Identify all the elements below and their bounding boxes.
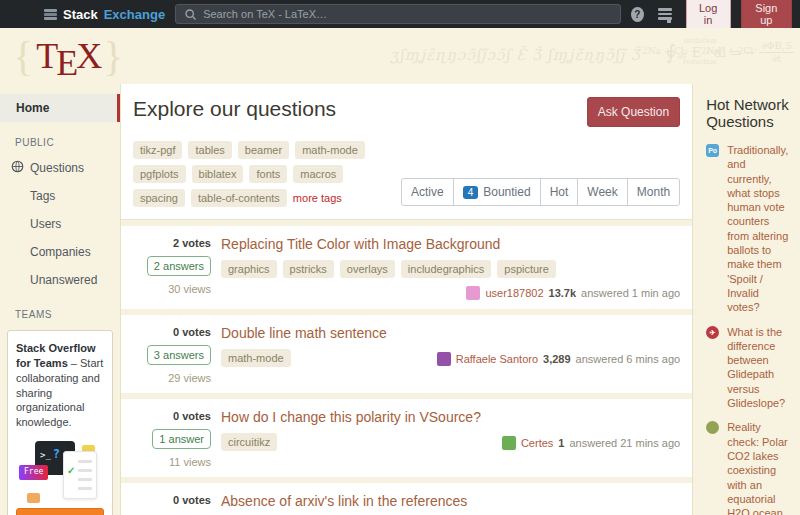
politics-site-icon: Po xyxy=(706,144,719,157)
hot-question-link[interactable]: Reality check: Polar CO2 lakes coexistin… xyxy=(727,420,792,515)
filter-tab-label: Active xyxy=(411,185,444,199)
main-content: Explore our questions Ask Question tikz-… xyxy=(120,84,693,515)
sidebar-item[interactable]: Tags xyxy=(0,182,120,210)
avatar[interactable] xyxy=(466,286,480,300)
hot-question-item: ✈ What is the difference between Glidepa… xyxy=(706,325,792,411)
sidebar-item-home[interactable]: Home xyxy=(0,94,120,122)
tag-pill[interactable]: math-mode xyxy=(295,141,365,159)
reputation: 3,289 xyxy=(543,353,571,365)
ask-question-button[interactable]: Ask Question xyxy=(587,97,680,127)
username-link[interactable]: user187802 xyxy=(485,287,543,299)
answer-count: 3 answers xyxy=(147,345,211,365)
create-team-button[interactable]: Create a free Team xyxy=(16,508,104,515)
tag-pill[interactable]: macros xyxy=(293,165,343,183)
question-title-link[interactable]: Double line math sentence xyxy=(221,325,680,341)
question-stats: 0 votes 0 answers 24 views xyxy=(127,491,211,515)
tex-logotype: TEX xyxy=(33,30,103,82)
filter-tab-label: Month xyxy=(637,185,670,199)
hot-question-link[interactable]: What is the difference between Glidepath… xyxy=(727,325,792,411)
question-stats: 2 votes 2 answers 30 views xyxy=(127,234,211,300)
help-icon[interactable]: ? xyxy=(631,7,644,22)
logo-text-stack: Stack xyxy=(63,7,98,22)
worldbuilding-site-icon xyxy=(706,421,719,434)
tag-pill[interactable]: pstricks xyxy=(283,260,334,278)
filter-tab[interactable]: Month xyxy=(627,179,679,205)
vote-count: 0 votes xyxy=(173,494,211,506)
hot-question-item: Reality check: Polar CO2 lakes coexistin… xyxy=(706,420,792,515)
logo-text-exchange: Exchange xyxy=(104,7,165,22)
tag-pill[interactable]: beamer xyxy=(238,141,289,159)
speech-bubble-icon xyxy=(27,493,40,503)
filter-tab[interactable]: Active xyxy=(402,179,453,205)
site-header: { TEX } ʒʃɱʝɛ̃ɳŋɔɔ̃ʃȷ̃ɔɔ̃ʃ Ɛ̃ Ǯ ʃɱʝɛ̃ɳŋɔ… xyxy=(0,28,800,84)
reputation: 1 xyxy=(558,437,564,449)
page-title: Explore our questions xyxy=(133,97,336,121)
tag-pill[interactable]: biblatex xyxy=(192,165,244,183)
avatar[interactable] xyxy=(437,352,451,366)
tag-pill[interactable]: tikz-pgf xyxy=(133,141,182,159)
hot-network-questions: Hot Network Questions Po Traditionally, … xyxy=(693,84,800,515)
vote-count: 2 votes xyxy=(173,237,211,249)
login-button[interactable]: Log in xyxy=(686,0,731,31)
tag-pill[interactable]: pspicture xyxy=(497,260,556,278)
checklist-illustration: ✓ xyxy=(63,451,97,499)
answer-count: 1 answer xyxy=(152,429,211,449)
question-title-link[interactable]: How do I change this polarity in VSource… xyxy=(221,409,680,425)
sidebar-item-label: Companies xyxy=(30,245,91,259)
search-box[interactable] xyxy=(175,4,621,24)
sidebar-item-label: Tags xyxy=(30,189,55,203)
tag-pill[interactable]: graphics xyxy=(221,260,277,278)
tex-site-logo[interactable]: { TEX } xyxy=(13,30,123,82)
vote-count: 0 votes xyxy=(173,326,211,338)
sidebar-item-label: Users xyxy=(30,217,61,231)
username-link[interactable]: Certes xyxy=(521,437,553,449)
tag-pill[interactable]: pgfplots xyxy=(133,165,186,183)
search-icon xyxy=(184,8,197,21)
more-tags-link[interactable]: more tags xyxy=(293,189,342,207)
free-badge: Free xyxy=(19,465,48,480)
activity-time: answered 6 mins ago xyxy=(576,353,681,365)
sidebar-item-label: Questions xyxy=(30,161,84,175)
sidebar-item[interactable]: Unanswered xyxy=(0,266,120,294)
view-count: 30 views xyxy=(168,283,211,295)
teams-illustration: >_? ✓ Free xyxy=(18,440,102,504)
question-stats: 0 votes 1 answer 11 views xyxy=(127,407,211,468)
vote-count: 0 votes xyxy=(173,410,211,422)
signup-button[interactable]: Sign up xyxy=(741,0,792,31)
sidebar-item[interactable]: Users xyxy=(0,210,120,238)
avatar[interactable] xyxy=(502,436,516,450)
stackexchange-logo[interactable]: StackExchange xyxy=(44,7,165,22)
tag-pill[interactable]: includegraphics xyxy=(401,260,491,278)
tag-pill[interactable]: table-of-contents xyxy=(191,189,287,207)
question-filter-tabs: Active 4 Bountied Hot xyxy=(401,178,680,206)
teams-promo-card: Stack Overflow for Teams – Start collabo… xyxy=(7,330,113,515)
tag-pill[interactable]: circuitikz xyxy=(221,433,277,451)
hot-question-link[interactable]: Traditionally, and currently, what stops… xyxy=(727,143,792,315)
filter-tab[interactable]: 4 Bountied xyxy=(453,179,540,205)
tag-pill[interactable]: spacing xyxy=(133,189,185,207)
site-switcher-icon[interactable] xyxy=(658,8,672,20)
username-link[interactable]: Raffaele Santoro xyxy=(456,353,538,365)
tag-pill[interactable]: tables xyxy=(188,141,231,159)
stackexchange-stack-icon xyxy=(44,9,57,20)
tag-pill[interactable]: overlays xyxy=(340,260,395,278)
question-row: 0 votes 3 answers 29 views Double line m… xyxy=(121,309,692,393)
question-row: 0 votes 1 answer 11 views How do I chang… xyxy=(121,393,692,477)
decor-tengwar-script: ʒʃɱʝɛ̃ɳŋɔɔ̃ʃȷ̃ɔɔ̃ʃ Ɛ̃ Ǯ ʃɱʝɛ̃ɳŋɔ̃ʃȷ̃ Ǯ xyxy=(390,46,641,64)
left-sidebar: Home PUBLIC Questions Tags Users Compani… xyxy=(0,84,120,515)
question-title-link[interactable]: Replacing Title Color with Image Backgro… xyxy=(221,236,680,252)
sidebar-section-teams: TEAMS xyxy=(0,294,120,326)
search-input[interactable] xyxy=(203,8,612,20)
filter-tab[interactable]: Hot xyxy=(540,179,578,205)
sidebar-item[interactable]: Companies xyxy=(0,238,120,266)
filter-tab[interactable]: Week xyxy=(577,179,626,205)
question-title-link[interactable]: Absence of arxiv's link in the reference… xyxy=(221,493,680,509)
bounty-count-badge: 4 xyxy=(463,186,479,199)
question-stats: 0 votes 3 answers 29 views xyxy=(127,323,211,384)
check-icon: ✓ xyxy=(67,464,75,478)
tag-pill[interactable]: fonts xyxy=(249,165,287,183)
tag-pill[interactable]: math-mode xyxy=(221,349,291,367)
sidebar-item[interactable]: Questions xyxy=(0,154,120,182)
top-bar: StackExchange ? Log in Sign up xyxy=(0,0,800,28)
globe-icon xyxy=(11,160,24,176)
